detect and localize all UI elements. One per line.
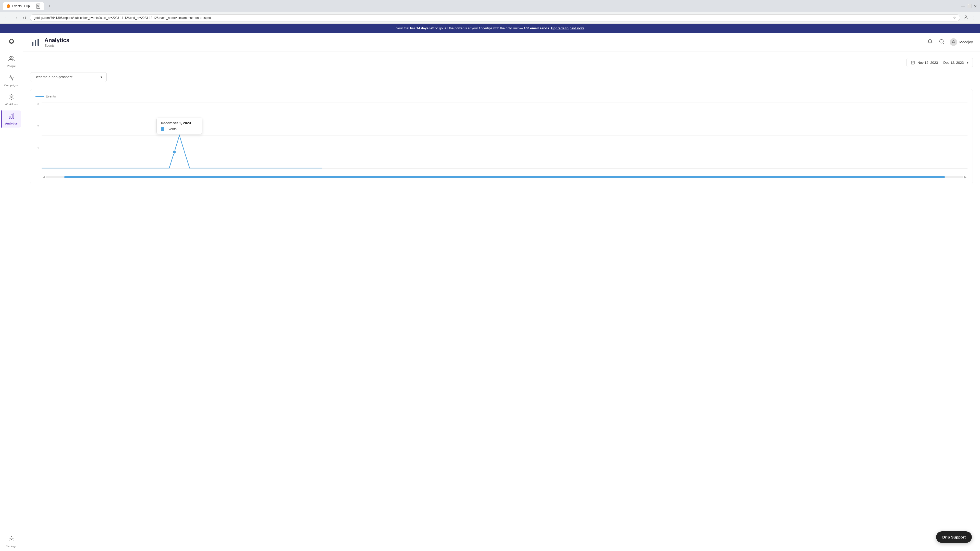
upgrade-link[interactable]: Upgrade to paid now (551, 26, 584, 30)
header-actions: Moodjoy (926, 38, 973, 47)
browser-tab[interactable]: 🟠 Events · Drip ✕ (3, 2, 44, 10)
campaigns-icon (8, 75, 14, 83)
page-title-section: Analytics Events (30, 37, 69, 48)
svg-point-13 (940, 39, 943, 43)
date-range-label: Nov 12, 2023 — Dec 12, 2023 (918, 61, 964, 65)
filters-row: Nov 12, 2023 — Dec 12, 2023 ▾ (30, 58, 973, 67)
svg-point-3 (13, 40, 14, 41)
browser-titlebar: 🟠 Events · Drip ✕ + — ⬜ ✕ (0, 0, 980, 12)
sidebar-item-workflows-label: Workflows (5, 103, 18, 106)
tab-title: Events · Drip (12, 4, 30, 8)
svg-rect-8 (13, 114, 14, 118)
chart-tooltip: December 1, 2023 Events: (156, 118, 202, 134)
profile-switcher-button[interactable] (962, 14, 969, 22)
user-name: Moodjoy (959, 40, 973, 44)
event-dropdown-selected: Became a non-prospect (35, 75, 73, 79)
window-close-button[interactable]: ✕ (974, 4, 977, 9)
calendar-icon (911, 60, 915, 65)
chart-svg (41, 102, 967, 168)
sidebar-item-workflows[interactable]: Workflows (2, 91, 21, 108)
tooltip-color-icon (161, 127, 164, 131)
analytics-icon (8, 113, 14, 121)
page-title-text: Analytics Events (45, 37, 69, 48)
event-selector-row: Became a non-prospect ▾ (30, 72, 973, 82)
date-range-chevron-icon: ▾ (967, 60, 969, 65)
x-axis-scroll: ◀ ▶ (41, 175, 967, 179)
scroll-left-icon[interactable]: ◀ (41, 175, 46, 179)
trial-banner: Your trial has 14 days left to go. All t… (0, 24, 980, 33)
tab-favicon: 🟠 (6, 4, 10, 8)
top-header: Analytics Events Moodjoy (23, 33, 980, 52)
sidebar-logo[interactable] (6, 37, 17, 48)
svg-point-4 (10, 56, 12, 59)
tooltip-date: December 1, 2023 (161, 121, 198, 125)
y-label-1: 1 (35, 146, 39, 150)
scroll-right-icon[interactable]: ▶ (963, 175, 967, 179)
new-tab-button[interactable]: + (46, 3, 53, 10)
window-maximize-button[interactable]: ⬜ (967, 4, 972, 8)
svg-point-15 (953, 41, 954, 42)
user-avatar (950, 38, 957, 46)
browser-toolbar: ← → ↺ getdrip.com/7641396/reports/subscr… (0, 12, 980, 24)
svg-rect-7 (11, 115, 12, 118)
forward-button[interactable]: → (12, 14, 19, 21)
scrollbar-track[interactable] (46, 176, 963, 178)
drip-support-label: Drip Support (942, 535, 966, 539)
events-line (41, 135, 322, 168)
sidebar-item-settings[interactable]: Settings (2, 533, 21, 550)
page-content: Nov 12, 2023 — Dec 12, 2023 ▾ Became a n… (23, 52, 980, 190)
chart-container: Events 3 2 1 (30, 89, 973, 184)
search-button[interactable] (938, 38, 945, 47)
url-display: getdrip.com/7641396/reports/subscriber_e… (34, 16, 951, 20)
content-area: Analytics Events Moodjoy (23, 33, 980, 551)
sidebar: People Campaigns Workflows Analytics (0, 33, 23, 551)
browser-actions: ⋮ (962, 14, 977, 22)
extensions-button[interactable]: ⋮ (971, 14, 977, 21)
sidebar-item-campaigns-label: Campaigns (4, 84, 19, 87)
browser-chrome: 🟠 Events · Drip ✕ + — ⬜ ✕ ← → ↺ getdrip.… (0, 0, 980, 24)
date-range-picker[interactable]: Nov 12, 2023 — Dec 12, 2023 ▾ (907, 58, 973, 67)
refresh-button[interactable]: ↺ (21, 14, 28, 21)
trial-sends-highlight: 100 email sends. (524, 26, 550, 30)
legend-label: Events (46, 94, 56, 98)
app-container: Your trial has 14 days left to go. All t… (0, 24, 980, 551)
notifications-button[interactable] (926, 38, 934, 47)
bookmark-icon[interactable]: ☆ (953, 16, 956, 20)
sidebar-item-analytics-label: Analytics (5, 122, 18, 125)
svg-rect-10 (32, 42, 33, 46)
svg-rect-6 (9, 116, 10, 118)
trial-prefix: Your trial has (396, 26, 416, 30)
tab-close-button[interactable]: ✕ (36, 3, 40, 9)
trial-middle: to go. All the power is at your fingerti… (434, 26, 524, 30)
workflows-icon (8, 94, 14, 102)
scrollbar-thumb[interactable] (64, 176, 945, 178)
sidebar-item-campaigns[interactable]: Campaigns (2, 72, 21, 89)
chart-legend: Events (35, 94, 967, 98)
address-bar[interactable]: getdrip.com/7641396/reports/subscriber_e… (30, 14, 960, 21)
main-layout: People Campaigns Workflows Analytics (0, 33, 980, 551)
drip-support-button[interactable]: Drip Support (936, 531, 972, 543)
logo-icon (6, 37, 17, 48)
sidebar-item-analytics[interactable]: Analytics (1, 110, 21, 127)
chart-with-axis: 3 2 1 (35, 102, 967, 179)
people-icon (8, 56, 14, 63)
trial-days-highlight: 14 days left (416, 26, 434, 30)
sidebar-item-people-label: People (7, 65, 16, 68)
window-controls: — ⬜ ✕ (961, 4, 977, 9)
svg-rect-12 (38, 39, 39, 46)
user-menu[interactable]: Moodjoy (950, 38, 973, 46)
sidebar-item-people[interactable]: People (2, 53, 21, 70)
page-subtitle: Events (45, 44, 69, 48)
chart-dot (172, 150, 176, 154)
svg-point-0 (965, 16, 967, 17)
event-dropdown[interactable]: Became a non-prospect ▾ (30, 72, 107, 82)
tooltip-event-label: Events: (166, 127, 177, 131)
y-label-3: 3 (35, 102, 39, 106)
page-title: Analytics (45, 37, 69, 44)
window-minimize-button[interactable]: — (961, 4, 965, 8)
svg-point-2 (10, 40, 11, 41)
analytics-page-icon (30, 37, 41, 48)
event-dropdown-chevron-icon: ▾ (100, 75, 102, 79)
y-label-2: 2 (35, 124, 39, 128)
back-button[interactable]: ← (3, 14, 10, 21)
